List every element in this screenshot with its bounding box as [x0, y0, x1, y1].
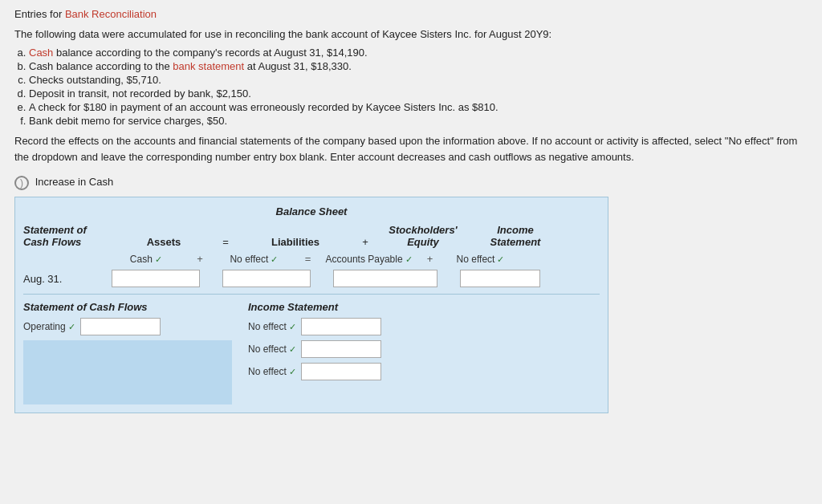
operating-input[interactable] [80, 318, 161, 335]
income-header: Income Statement [471, 224, 560, 248]
no-effect-income-2-dropdown[interactable]: No effect ✓ [248, 343, 296, 355]
instructions-text: Record the effects on the accounts and f… [14, 133, 808, 165]
accounts-payable-input[interactable] [333, 270, 437, 287]
liabilities-header: Liabilities [235, 236, 356, 248]
plus-sign-1: + [197, 253, 203, 265]
cash-link-a[interactable]: Cash [29, 47, 53, 59]
no-effect-2-check-icon: ✓ [497, 254, 504, 265]
bottom-left-spacer [23, 340, 232, 404]
list-item-e: A check for $180 in payment of an accoun… [29, 101, 808, 113]
list-items: Cash balance according to the company's … [29, 47, 808, 127]
header-row: Statement of Cash Flows Assets = Liabili… [23, 224, 600, 248]
accounts-payable-dropdown[interactable]: Accounts Payable ✓ [326, 254, 413, 265]
intro-text: The following data were accumulated for … [14, 28, 808, 40]
no-effect-1-dropdown[interactable]: No effect ✓ [230, 254, 278, 265]
assets-header: Assets [112, 236, 216, 248]
bottom-right: Income Statement No effect ✓ No effect ✓… [232, 301, 600, 404]
equals-header: = [216, 236, 235, 248]
statement-of-cash-flows-label: Statement of Cash Flows [23, 301, 232, 313]
plus-header: + [356, 236, 375, 248]
income-3-input[interactable] [301, 363, 381, 380]
no-effect-income-1-dropdown[interactable]: No effect ✓ [248, 321, 296, 332]
equals-sign: = [305, 253, 311, 265]
cash-check-icon: ✓ [155, 254, 162, 265]
no-effect-income-3-dropdown[interactable]: No effect ✓ [248, 366, 296, 377]
equity-header: Stockholders' Equity [375, 224, 471, 248]
no-effect-row-1: No effect ✓ [248, 318, 600, 335]
no-effect-row-2: No effect ✓ [248, 340, 600, 358]
main-table: Balance Sheet Statement of Cash Flows As… [14, 197, 608, 413]
income-2-input[interactable] [301, 340, 381, 358]
no-effect-income-2-check-icon: ✓ [289, 344, 296, 355]
no-effect-income-1-check-icon: ✓ [289, 322, 296, 332]
list-item-f: Bank debit memo for service charges, $50… [29, 115, 808, 127]
list-item-c: Checks outstanding, $5,710. [29, 74, 808, 86]
section-label: ) Increase in Cash [14, 176, 808, 190]
operating-dropdown[interactable]: Operating ✓ [23, 321, 75, 332]
sub-header-row: Cash ✓ + No effect ✓ = Accounts Payable … [23, 253, 600, 265]
no-effect-1-input[interactable] [222, 270, 311, 287]
bottom-left: Statement of Cash Flows Operating ✓ [23, 301, 232, 404]
aug-31-label: Aug. 31. [23, 273, 112, 285]
no-effect-2-dropdown[interactable]: No effect ✓ [457, 254, 505, 265]
income-statement-label: Income Statement [248, 301, 600, 313]
no-effect-income-3-check-icon: ✓ [289, 367, 296, 377]
balance-sheet-title: Balance Sheet [23, 205, 600, 217]
arrow-indicator: ) [14, 176, 29, 190]
bank-statement-link[interactable]: bank statement [173, 60, 244, 72]
aug-31-row: Aug. 31. [23, 270, 600, 287]
cash-input[interactable] [112, 270, 200, 287]
list-item-b: Cash balance according to the bank state… [29, 60, 808, 72]
entries-title: Entries for Bank Reconciliation [14, 8, 808, 20]
plus-sign-2: + [427, 253, 433, 265]
no-effect-1-check-icon: ✓ [271, 254, 278, 265]
bank-reconciliation-link[interactable]: Bank Reconciliation [65, 8, 157, 20]
no-effect-row-3: No effect ✓ [248, 363, 600, 380]
accounts-payable-check-icon: ✓ [405, 254, 413, 265]
income-1-input[interactable] [301, 318, 381, 335]
list-item-a: Cash balance according to the company's … [29, 47, 808, 59]
operating-row: Operating ✓ [23, 318, 232, 335]
statement-header: Statement of Cash Flows [23, 224, 112, 248]
equity-input[interactable] [460, 270, 540, 287]
bottom-section: Statement of Cash Flows Operating ✓ Inco… [23, 301, 600, 404]
divider [23, 294, 600, 295]
cash-dropdown[interactable]: Cash ✓ [130, 254, 162, 265]
operating-check-icon: ✓ [68, 322, 75, 332]
list-item-d: Deposit in transit, not recorded by bank… [29, 87, 808, 100]
